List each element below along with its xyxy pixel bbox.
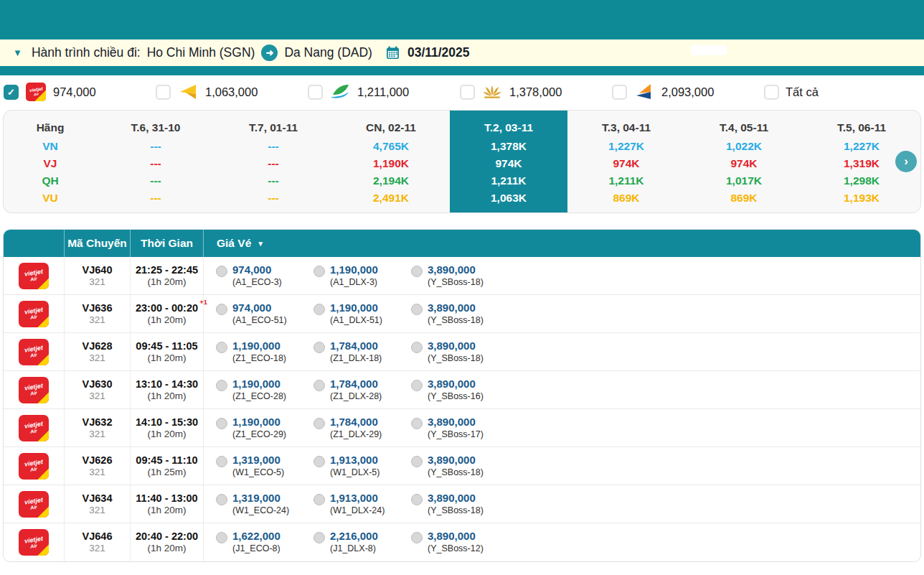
matrix-fare-value[interactable]: 1,298K <box>844 172 880 190</box>
fare-option[interactable]: 1,622,000 (J1_ECO-8) <box>216 530 314 554</box>
matrix-fare-value[interactable]: 974K <box>495 155 522 172</box>
airline-filter[interactable]: 1,211,000 <box>308 82 460 102</box>
fare-option[interactable]: 1,190,000 (Z1_ECO-28) <box>216 378 314 402</box>
radio-icon[interactable] <box>314 456 325 467</box>
fare-option[interactable]: 3,890,000 (Y_SBoss-18) <box>411 492 509 516</box>
checkbox-icon[interactable] <box>612 85 627 100</box>
radio-icon[interactable] <box>411 418 423 429</box>
matrix-date-column[interactable]: T.3, 04-111,227K974K1,211K869K <box>567 111 685 212</box>
fare-option[interactable]: 3,890,000 (Y_SBoss-18) <box>411 340 509 364</box>
checkbox-icon[interactable] <box>156 85 171 100</box>
radio-icon[interactable] <box>411 456 423 467</box>
matrix-fare-value[interactable]: 1,211K <box>608 172 644 190</box>
matrix-fare-value[interactable]: 4,765K <box>373 138 409 155</box>
fare-option[interactable]: 3,890,000 (Y_SBoss-16) <box>411 378 509 402</box>
matrix-fare-value[interactable]: 1,378K <box>491 138 527 155</box>
checkbox-icon[interactable] <box>764 85 779 100</box>
matrix-fare-value[interactable]: 1,190K <box>373 155 409 172</box>
matrix-fare-value[interactable]: 1,022K <box>726 138 762 155</box>
matrix-fare-value[interactable]: --- <box>268 190 279 207</box>
matrix-fare-value[interactable]: --- <box>268 138 279 155</box>
fare-option[interactable]: 1,784,000 (Z1_DLX-29) <box>314 416 411 440</box>
radio-icon[interactable] <box>216 380 227 391</box>
matrix-fare-value[interactable]: 2,491K <box>373 190 409 207</box>
matrix-fare-value[interactable]: --- <box>150 172 161 190</box>
fare-option[interactable]: 1,913,000 (W1_DLX-5) <box>314 454 411 478</box>
fare-option[interactable]: 3,890,000 (Y_SBoss-18) <box>411 301 509 326</box>
matrix-column-header[interactable]: T.3, 04-11 <box>602 117 651 138</box>
radio-icon[interactable] <box>216 456 227 467</box>
radio-icon[interactable] <box>314 342 325 353</box>
matrix-date-column[interactable]: T.6, 31-10------------ <box>97 111 214 212</box>
radio-icon[interactable] <box>411 304 423 315</box>
matrix-fare-value[interactable]: --- <box>268 172 279 190</box>
matrix-fare-value[interactable]: 869K <box>730 190 757 207</box>
matrix-fare-value[interactable]: 974K <box>730 155 757 172</box>
matrix-column-header[interactable]: T.5, 06-11 <box>837 117 886 138</box>
calendar-icon[interactable] <box>386 46 400 60</box>
chevron-down-icon[interactable]: ▼ <box>13 47 22 58</box>
fare-option[interactable]: 1,784,000 (Z1_DLX-28) <box>314 378 411 402</box>
airline-filter[interactable]: 2,093,000 <box>612 82 764 102</box>
radio-icon[interactable] <box>314 532 325 543</box>
matrix-fare-value[interactable]: --- <box>150 138 161 155</box>
checkbox-icon[interactable] <box>460 85 475 100</box>
matrix-fare-value[interactable]: 1,193K <box>844 190 880 207</box>
fare-option[interactable]: 3,890,000 (Y_SBoss-12) <box>411 530 509 554</box>
radio-icon[interactable] <box>216 342 227 353</box>
matrix-fare-value[interactable]: 1,227K <box>844 138 880 155</box>
matrix-column-header[interactable]: CN, 02-11 <box>366 117 416 138</box>
matrix-fare-value[interactable]: 869K <box>613 190 639 207</box>
matrix-date-column[interactable]: CN, 02-114,765K1,190K2,194K2,491K <box>332 111 450 212</box>
fare-column-header[interactable]: Giá Vé ▼ <box>203 230 920 257</box>
fare-option[interactable]: 1,190,000 (A1_DLX-51) <box>314 301 411 326</box>
fare-option[interactable]: 1,190,000 (Z1_ECO-18) <box>216 340 314 364</box>
fare-option[interactable]: 1,190,000 (A1_DLX-3) <box>314 263 411 288</box>
fare-option[interactable]: 1,319,000 (W1_ECO-24) <box>216 492 314 516</box>
matrix-date-column[interactable]: T.2, 03-111,378K974K1,211K1,063K <box>450 111 567 212</box>
radio-icon[interactable] <box>314 266 325 277</box>
radio-icon[interactable] <box>411 532 423 543</box>
fare-option[interactable]: 3,890,000 (Y_SBoss-18) <box>411 454 509 478</box>
journey-date[interactable]: 03/11/2025 <box>407 45 470 60</box>
matrix-fare-value[interactable]: 974K <box>613 155 639 172</box>
matrix-column-header[interactable]: T.7, 01-11 <box>249 117 298 138</box>
matrix-fare-value[interactable]: 1,319K <box>844 155 880 172</box>
chevron-right-icon[interactable]: › <box>895 151 917 172</box>
matrix-fare-value[interactable]: --- <box>150 155 161 172</box>
matrix-fare-value[interactable]: 1,211K <box>491 172 526 190</box>
checkbox-icon[interactable] <box>308 85 323 100</box>
radio-icon[interactable] <box>314 418 325 429</box>
radio-icon[interactable] <box>216 494 227 505</box>
fare-option[interactable]: 974,000 (A1_ECO-3) <box>216 263 314 288</box>
matrix-column-header[interactable]: T.6, 31-10 <box>131 117 181 138</box>
fare-option[interactable]: 2,216,000 (J1_DLX-8) <box>314 530 411 554</box>
matrix-fare-value[interactable]: --- <box>268 155 279 172</box>
radio-icon[interactable] <box>411 494 423 505</box>
radio-icon[interactable] <box>216 532 227 543</box>
matrix-column-header[interactable]: T.4, 05-11 <box>720 117 768 138</box>
matrix-column-header[interactable]: T.2, 03-11 <box>484 117 533 138</box>
airline-filter[interactable]: Tất cả <box>764 85 916 100</box>
matrix-date-column[interactable]: T.4, 05-111,022K974K1,017K869K <box>685 111 803 212</box>
radio-icon[interactable] <box>411 266 423 277</box>
radio-icon[interactable] <box>314 494 325 505</box>
radio-icon[interactable] <box>411 380 423 391</box>
airline-filter[interactable]: ✓ vietjetAir 974,000 <box>4 82 156 102</box>
fare-option[interactable]: 1,190,000 (Z1_ECO-29) <box>216 416 314 440</box>
checkbox-icon[interactable]: ✓ <box>4 85 19 100</box>
radio-icon[interactable] <box>314 304 325 315</box>
radio-icon[interactable] <box>216 304 227 315</box>
radio-icon[interactable] <box>411 342 423 353</box>
matrix-fare-value[interactable]: 1,017K <box>726 172 762 190</box>
matrix-fare-value[interactable]: 1,227K <box>608 138 644 155</box>
fare-option[interactable]: 3,890,000 (Y_SBoss-17) <box>411 416 509 440</box>
fare-option[interactable]: 3,890,000 (Y_SBoss-18) <box>411 263 509 288</box>
fare-option[interactable]: 1,913,000 (W1_DLX-24) <box>314 492 411 516</box>
matrix-date-column[interactable]: T.7, 01-11------------ <box>214 111 332 212</box>
radio-icon[interactable] <box>216 418 227 429</box>
airline-filter[interactable]: 1,378,000 <box>460 82 612 102</box>
radio-icon[interactable] <box>314 380 325 391</box>
matrix-fare-value[interactable]: 1,063K <box>491 190 527 207</box>
airline-filter[interactable]: 1,063,000 <box>156 82 308 102</box>
